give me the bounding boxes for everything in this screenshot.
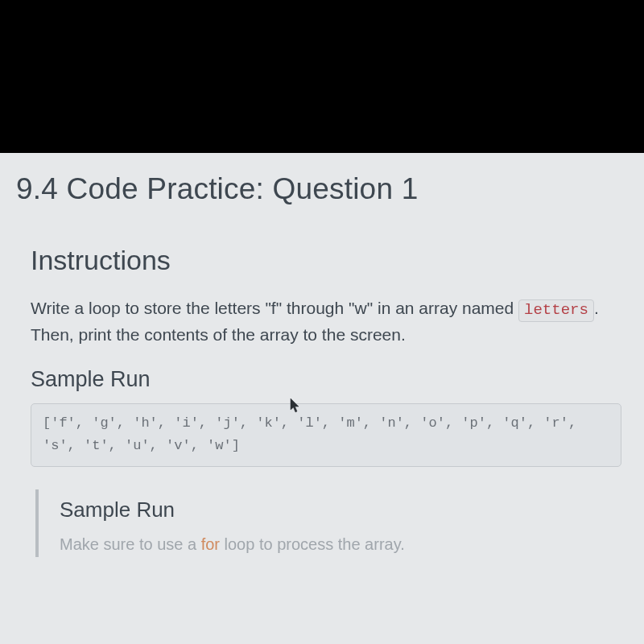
keyword-for: for — [201, 535, 220, 553]
instructions-heading: Instructions — [31, 245, 621, 276]
sample-output-box: ['f', 'g', 'h', 'i', 'j', 'k', 'l', 'm',… — [31, 403, 621, 466]
document-page: 9.4 Code Practice: Question 1 Instructio… — [0, 153, 644, 644]
hint-heading: Sample Run — [60, 497, 621, 522]
page-title: 9.4 Code Practice: Question 1 — [16, 172, 621, 206]
hint-body: Make sure to use a for loop to process t… — [60, 535, 621, 554]
instructions-section: Instructions Write a loop to store the l… — [16, 245, 621, 557]
hint-text-post: loop to process the array. — [220, 535, 405, 553]
instructions-text-pre: Write a loop to store the letters "f" th… — [31, 299, 518, 317]
hint-text-pre: Make sure to use a — [60, 535, 201, 553]
instructions-body: Write a loop to store the letters "f" th… — [31, 295, 621, 348]
hint-block: Sample Run Make sure to use a for loop t… — [35, 489, 621, 557]
sample-run-heading: Sample Run — [31, 367, 621, 392]
code-token-letters: letters — [518, 299, 594, 322]
